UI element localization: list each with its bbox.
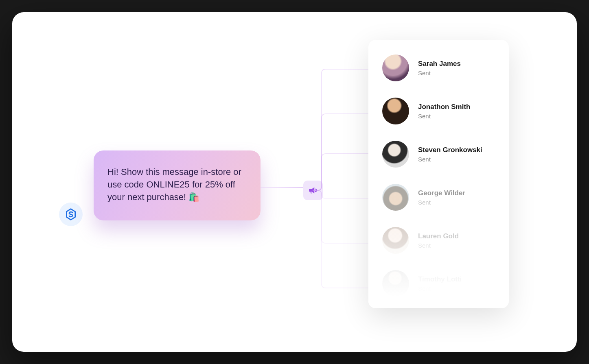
recipient-item: George Wilder Sent <box>382 184 497 211</box>
campaign-message-bubble: Hi! Show this message in-store or use co… <box>94 150 261 220</box>
campaign-message-text: Hi! Show this message in-store or use co… <box>107 167 241 202</box>
avatar <box>382 54 409 81</box>
brand-logo <box>59 203 83 226</box>
avatar <box>382 227 409 254</box>
recipients-panel: Sarah James Sent Jonathon Smith Sent Ste… <box>368 40 509 308</box>
recipient-status: Sent <box>418 242 459 249</box>
recipient-item: Lauren Gold Sent <box>382 227 497 254</box>
connector-line <box>261 187 303 188</box>
recipient-name: Timothy Lotti <box>418 275 462 283</box>
recipient-item: Sarah James Sent <box>382 54 497 81</box>
recipient-name: Jonathon Smith <box>418 103 470 111</box>
brand-logo-icon <box>64 208 77 221</box>
recipient-item: Jonathon Smith Sent <box>382 98 497 124</box>
recipient-info: Timothy Lotti Sent <box>418 275 462 292</box>
broadcast-node <box>303 181 323 200</box>
recipient-name: George Wilder <box>418 189 465 197</box>
recipient-status: Sent <box>418 156 482 163</box>
recipient-info: Jonathon Smith Sent <box>418 103 470 120</box>
avatar <box>382 98 409 124</box>
recipient-info: Lauren Gold Sent <box>418 232 459 249</box>
recipient-status: Sent <box>418 199 465 206</box>
recipient-status: Sent <box>418 113 470 120</box>
recipient-info: Steven Gronkowski Sent <box>418 146 482 163</box>
avatar <box>382 270 409 297</box>
avatar <box>382 184 409 211</box>
recipient-status: Sent <box>418 70 461 76</box>
recipient-info: George Wilder Sent <box>418 189 465 206</box>
megaphone-icon <box>308 185 318 196</box>
recipient-item: Timothy Lotti Sent <box>382 270 497 297</box>
recipient-name: Sarah James <box>418 60 461 68</box>
recipient-status: Sent <box>418 285 462 292</box>
main-card: Hi! Show this message in-store or use co… <box>12 12 577 352</box>
recipient-info: Sarah James Sent <box>418 60 461 76</box>
recipient-item: Steven Gronkowski Sent <box>382 141 497 168</box>
recipient-name: Lauren Gold <box>418 232 459 240</box>
avatar <box>382 141 409 168</box>
recipient-name: Steven Gronkowski <box>418 146 482 154</box>
